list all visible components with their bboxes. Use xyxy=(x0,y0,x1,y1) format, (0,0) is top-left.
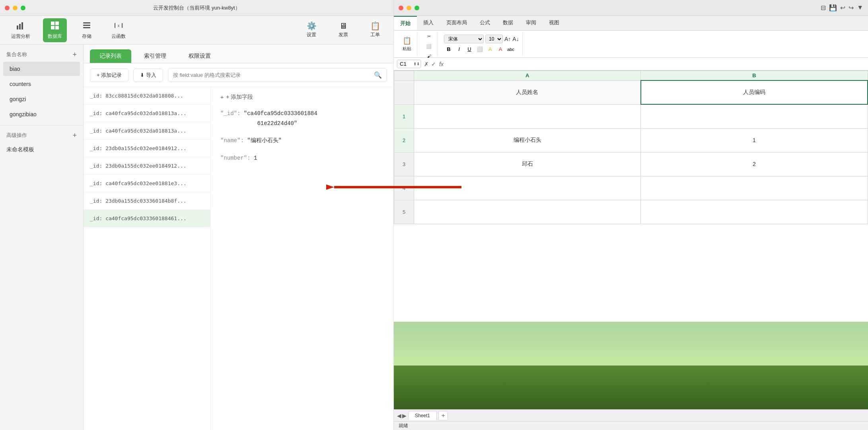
db-toolbar: + 添加记录 ⬇ 导入 🔍 xyxy=(84,63,393,87)
sheet-tab-1[interactable]: Sheet1 xyxy=(408,411,437,420)
excel-win-controls xyxy=(399,6,419,10)
sheet-nav-right[interactable]: ▶ xyxy=(402,412,407,419)
sidebar-item-gongzi[interactable]: gongzi xyxy=(3,92,80,106)
toolbar-storage[interactable]: 存储 xyxy=(75,18,99,42)
search-input[interactable] xyxy=(173,72,371,78)
excel-icon-4[interactable]: ↪ xyxy=(849,4,854,12)
col-header-b[interactable]: B xyxy=(641,71,868,81)
sheet-add-btn[interactable]: + xyxy=(438,411,448,420)
sheet-nav-arrows[interactable]: ◀ ▶ xyxy=(397,412,407,419)
status-bar: 就绪 xyxy=(394,421,868,430)
table-row: 4 xyxy=(394,176,868,200)
record-item-0[interactable]: _id: 83cc88815dc032da018808... xyxy=(84,87,210,105)
excel-icon-2[interactable]: 💾 xyxy=(829,4,837,12)
sidebar-header: 集合名称 + xyxy=(0,48,83,61)
excel-icon-1[interactable]: ⊟ xyxy=(821,4,826,12)
sidebar-template[interactable]: 未命名模板 xyxy=(0,142,83,157)
add-field-btn[interactable]: + + 添加字段 xyxy=(220,94,384,101)
cell-b5[interactable] xyxy=(641,200,868,224)
cell-a-header[interactable]: 人员姓名 xyxy=(414,80,641,104)
toolbar-invoice[interactable]: 🖥 发票 xyxy=(331,20,355,41)
copy-btn[interactable]: ⬜ xyxy=(424,42,434,51)
excel-tab-review[interactable]: 审阅 xyxy=(520,16,543,30)
record-item-5[interactable]: _id: ca40fca95dc032ee01881e3... xyxy=(84,175,210,192)
maximize-button[interactable] xyxy=(21,6,25,10)
excel-icon-5[interactable]: ▼ xyxy=(857,4,863,12)
abc-btn[interactable]: abc xyxy=(506,45,516,54)
font-size-select[interactable]: 10 xyxy=(485,35,503,43)
font-color-btn[interactable]: A xyxy=(496,45,505,54)
add-record-btn[interactable]: + 添加记录 xyxy=(90,68,128,82)
font-shrink-icon[interactable]: A↓ xyxy=(512,36,519,42)
excel-title-icons: ⊟ 💾 ↩ ↪ ▼ xyxy=(821,4,863,12)
excel-tab-home[interactable]: 开始 xyxy=(394,16,417,30)
cell-b1[interactable] xyxy=(641,104,868,128)
record-item-2[interactable]: _id: ca40fca95dc032da018813a... xyxy=(84,122,210,140)
record-item-6[interactable]: _id: 23db0a155dc033360184b8f... xyxy=(84,192,210,210)
db-panel: 记录列表 索引管理 权限设置 + 添加记录 ⬇ 导入 xyxy=(84,45,393,430)
cut-btn[interactable]: ✂ xyxy=(425,32,433,41)
toolbar-analytics[interactable]: 运营分析 xyxy=(6,18,35,42)
cell-a4[interactable] xyxy=(414,176,641,200)
cell-b-header[interactable]: 人员编码 xyxy=(641,80,868,104)
svg-rect-1 xyxy=(19,24,21,29)
record-item-4[interactable]: _id: 23db0a155dc032ee0184912... xyxy=(84,157,210,175)
excel-icon-3[interactable]: ↩ xyxy=(840,4,845,12)
fill-btn[interactable]: A xyxy=(485,45,495,54)
sidebar: 集合名称 + biao counters gongzi gongzibiao 高… xyxy=(0,45,84,430)
excel-tab-formula[interactable]: 公式 xyxy=(473,16,496,30)
excel-min-btn[interactable] xyxy=(407,6,411,10)
search-box[interactable]: 🔍 xyxy=(168,68,387,82)
cell-a2[interactable]: 编程小石头 xyxy=(414,128,641,152)
excel-max-btn[interactable] xyxy=(415,6,419,10)
close-button[interactable] xyxy=(5,6,10,10)
tab-index[interactable]: 索引管理 xyxy=(134,49,176,63)
excel-tab-view[interactable]: 视图 xyxy=(543,16,566,30)
formula-bar: C1 ⬆⬇ ✗ ✓ fx xyxy=(394,58,868,70)
tab-records[interactable]: 记录列表 xyxy=(90,49,131,63)
toolbar-database[interactable]: 数据库 xyxy=(43,18,67,42)
toolbar-cloudfunc[interactable]: x 云函数 xyxy=(107,18,130,42)
sheet-nav-left[interactable]: ◀ xyxy=(397,412,401,419)
col-header-a[interactable]: A xyxy=(414,71,641,81)
sidebar-item-counters[interactable]: counters xyxy=(3,77,80,91)
excel-tab-layout[interactable]: 页面布局 xyxy=(440,16,473,30)
font-name-select[interactable]: 宋体 xyxy=(444,35,484,43)
excel-grid[interactable]: A B 人员姓名 人员编码 1 xyxy=(394,70,868,322)
record-item-7[interactable]: _id: ca40fca95dc033360188461... xyxy=(84,210,210,227)
cell-a1[interactable] xyxy=(414,104,641,128)
italic-btn[interactable]: I xyxy=(454,45,464,54)
cell-ref-arrows[interactable]: ⬆⬇ xyxy=(413,62,420,66)
cell-a3[interactable]: 邱石 xyxy=(414,152,641,176)
record-item-3[interactable]: _id: 23db0a155dc032ee0184912... xyxy=(84,140,210,157)
row-header-5: 5 xyxy=(394,200,414,224)
cell-b2[interactable]: 1 xyxy=(641,128,868,152)
import-btn[interactable]: ⬇ 导入 xyxy=(133,68,163,82)
font-grow-icon[interactable]: A↑ xyxy=(504,36,511,42)
record-item-1[interactable]: _id: ca40fca95dc032da018813a... xyxy=(84,105,210,122)
ribbon-clipboard-group: ✂ ⬜ 🖌 xyxy=(420,32,438,56)
cell-a5[interactable] xyxy=(414,200,641,224)
minimize-button[interactable] xyxy=(13,6,18,10)
cloud-console-panel: 云开发控制台（当前环境 yun-kw8yt） 运营分析 数据库 存储 x 云函数 xyxy=(0,0,394,430)
status-text: 就绪 xyxy=(399,422,408,429)
excel-tab-insert[interactable]: 插入 xyxy=(417,16,440,30)
paste-btn[interactable]: 📋 粘贴 xyxy=(400,35,414,53)
toolbar-settings[interactable]: ⚙️ 设置 xyxy=(300,20,323,41)
sidebar-item-biao[interactable]: biao xyxy=(3,62,80,76)
sidebar-item-gongzibiao[interactable]: gongzibiao xyxy=(3,107,80,121)
formula-cross-icon[interactable]: ✓ xyxy=(431,61,436,67)
excel-tab-data[interactable]: 数据 xyxy=(496,16,520,30)
svg-rect-0 xyxy=(17,25,18,29)
cell-b4[interactable] xyxy=(641,176,868,200)
formula-check-icon[interactable]: ✗ xyxy=(424,61,429,67)
border-btn[interactable]: ⬜ xyxy=(475,45,485,54)
bold-btn[interactable]: B xyxy=(444,45,453,54)
excel-close-btn[interactable] xyxy=(399,6,403,10)
underline-btn[interactable]: U xyxy=(465,45,474,54)
sidebar-add-collection-btn[interactable]: + xyxy=(72,51,77,58)
toolbar-workorder[interactable]: 📋 工单 xyxy=(363,20,387,41)
sidebar-advanced-add-btn[interactable]: + xyxy=(72,132,77,139)
cell-b3[interactable]: 2 xyxy=(641,152,868,176)
tab-permissions[interactable]: 权限设置 xyxy=(179,49,220,63)
